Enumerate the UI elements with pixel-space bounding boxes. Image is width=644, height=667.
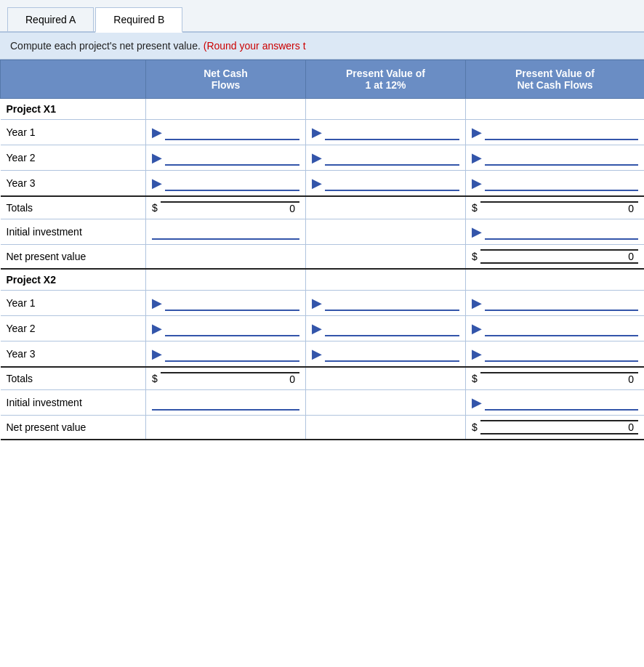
dollar-sign: $ bbox=[472, 202, 478, 214]
year1-x2-pvncf-input[interactable] bbox=[485, 295, 638, 311]
initial-investment-x2-pvncf-input[interactable] bbox=[485, 395, 638, 411]
year2-x1-ncf-input[interactable] bbox=[165, 150, 299, 166]
year2-x1-pv1-input[interactable] bbox=[325, 150, 459, 166]
npv-x2-ncf-cell bbox=[146, 416, 306, 440]
npv-x2-label: Net present value bbox=[1, 416, 146, 440]
initial-investment-x2-label: Initial investment bbox=[1, 390, 146, 416]
year3-x2-ncf-input[interactable] bbox=[165, 346, 299, 362]
tab-required-b[interactable]: Required B bbox=[95, 7, 182, 33]
project-x2-pvncf-cell bbox=[466, 269, 645, 291]
year1-x2-label: Year 1 bbox=[1, 291, 146, 316]
year2-x1-ncf-cell[interactable]: ▶ bbox=[146, 145, 306, 171]
dollar-sign: $ bbox=[472, 421, 478, 433]
year3-x1-ncf-input[interactable] bbox=[165, 175, 299, 191]
year2-x2-label: Year 2 bbox=[1, 316, 146, 341]
table-row: Year 3 ▶ ▶ ▶ bbox=[1, 171, 645, 197]
year2-x2-ncf-input[interactable] bbox=[165, 320, 299, 336]
npv-x2-value: 0 bbox=[480, 420, 638, 434]
project-x1-ncf-cell bbox=[146, 99, 306, 120]
totals-x1-ncf-cell: $ 0 bbox=[146, 196, 306, 219]
year2-x2-pvncf-input[interactable] bbox=[485, 320, 638, 336]
arrow-icon: ▶ bbox=[312, 151, 322, 164]
arrow-icon: ▶ bbox=[152, 151, 162, 164]
year3-x2-pv1-cell[interactable]: ▶ bbox=[306, 341, 466, 368]
totals-x1-pv1-cell bbox=[306, 196, 466, 219]
col-header-label bbox=[1, 60, 146, 99]
arrow-icon: ▶ bbox=[152, 177, 162, 190]
npv-table: Net CashFlows Present Value of1 at 12% P… bbox=[0, 60, 644, 440]
project-x2-pv1-cell bbox=[306, 269, 466, 291]
arrow-icon: ▶ bbox=[152, 296, 162, 310]
col-header-pv1: Present Value of1 at 12% bbox=[306, 60, 466, 99]
initial-investment-x1-pvncf-input[interactable] bbox=[485, 224, 638, 240]
dollar-sign: $ bbox=[152, 373, 158, 384]
year1-x1-ncf-input[interactable] bbox=[165, 124, 299, 140]
totals-x1-pvncf-value: 0 bbox=[480, 201, 638, 214]
year1-x2-ncf-input[interactable] bbox=[165, 295, 299, 311]
year1-x2-pvncf-cell[interactable]: ▶ bbox=[466, 291, 645, 316]
initial-investment-x1-pvncf-cell[interactable]: ▶ bbox=[466, 219, 645, 245]
year3-x1-pv1-cell[interactable]: ▶ bbox=[306, 171, 466, 197]
year1-x1-ncf-cell[interactable]: ▶ bbox=[146, 120, 306, 145]
year2-x1-pvncf-input[interactable] bbox=[485, 150, 638, 166]
year3-x1-ncf-cell[interactable]: ▶ bbox=[146, 171, 306, 197]
totals-x2-ncf-value: 0 bbox=[161, 372, 299, 385]
project-x1-pv1-cell bbox=[306, 99, 466, 120]
project-x1-pvncf-cell bbox=[466, 99, 645, 120]
year1-x1-pv1-cell[interactable]: ▶ bbox=[306, 120, 466, 145]
npv-x1-pv1-cell bbox=[306, 245, 466, 270]
npv-x2-row: Net present value $ 0 bbox=[1, 416, 645, 440]
initial-investment-x2-ncf-input[interactable] bbox=[152, 395, 299, 411]
year3-x1-pv1-input[interactable] bbox=[325, 175, 459, 191]
col-header-ncf: Net CashFlows bbox=[146, 60, 306, 99]
initial-investment-x2-ncf-cell[interactable] bbox=[146, 390, 306, 416]
year3-x1-pvncf-input[interactable] bbox=[485, 175, 638, 191]
dollar-sign: $ bbox=[472, 373, 478, 384]
initial-investment-x2-pvncf-cell[interactable]: ▶ bbox=[466, 390, 645, 416]
table-row: Year 2 ▶ ▶ ▶ bbox=[1, 145, 645, 171]
initial-investment-x1-ncf-input[interactable] bbox=[152, 224, 299, 240]
npv-x2-pvncf-cell: $ 0 bbox=[466, 416, 645, 440]
year1-x1-pvncf-input[interactable] bbox=[485, 124, 638, 140]
totals-x2-label: Totals bbox=[1, 367, 146, 390]
year2-x2-pvncf-cell[interactable]: ▶ bbox=[466, 316, 645, 341]
initial-investment-x1-ncf-cell[interactable] bbox=[146, 219, 306, 245]
year1-x1-pv1-input[interactable] bbox=[325, 124, 459, 140]
year3-x1-label: Year 3 bbox=[1, 171, 146, 197]
arrow-icon: ▶ bbox=[472, 151, 482, 164]
project-x2-ncf-cell bbox=[146, 269, 306, 291]
year1-x2-ncf-cell[interactable]: ▶ bbox=[146, 291, 306, 316]
project-x1-label: Project X1 bbox=[1, 99, 146, 120]
table-row: Year 1 ▶ ▶ ▶ bbox=[1, 291, 645, 316]
year1-x2-pv1-input[interactable] bbox=[325, 295, 459, 311]
totals-x1-ncf-value: 0 bbox=[161, 201, 299, 214]
npv-x2-pv1-cell bbox=[306, 416, 466, 440]
year1-x1-pvncf-cell[interactable]: ▶ bbox=[466, 120, 645, 145]
totals-x2-pv1-cell bbox=[306, 367, 466, 390]
dollar-sign: $ bbox=[152, 202, 158, 214]
table-header-row: Net CashFlows Present Value of1 at 12% P… bbox=[1, 60, 645, 99]
year2-x1-pv1-cell[interactable]: ▶ bbox=[306, 145, 466, 171]
year3-x1-pvncf-cell[interactable]: ▶ bbox=[466, 171, 645, 197]
year2-x1-pvncf-cell[interactable]: ▶ bbox=[466, 145, 645, 171]
tab-required-a[interactable]: Required A bbox=[7, 7, 94, 31]
initial-investment-x1-label: Initial investment bbox=[1, 219, 146, 245]
instruction-bar: Compute each project's net present value… bbox=[0, 33, 644, 60]
year2-x2-pv1-cell[interactable]: ▶ bbox=[306, 316, 466, 341]
arrow-icon: ▶ bbox=[472, 396, 482, 409]
arrow-icon: ▶ bbox=[472, 322, 482, 335]
year3-x2-pvncf-input[interactable] bbox=[485, 346, 638, 362]
arrow-icon: ▶ bbox=[312, 296, 322, 310]
year2-x2-pv1-input[interactable] bbox=[325, 320, 459, 336]
year3-x2-ncf-cell[interactable]: ▶ bbox=[146, 341, 306, 368]
year2-x2-ncf-cell[interactable]: ▶ bbox=[146, 316, 306, 341]
year1-x2-pv1-cell[interactable]: ▶ bbox=[306, 291, 466, 316]
arrow-icon: ▶ bbox=[472, 225, 482, 238]
totals-x2-pvncf-cell: $ 0 bbox=[466, 367, 645, 390]
year1-x1-label: Year 1 bbox=[1, 120, 146, 145]
col-header-pvncf: Present Value ofNet Cash Flows bbox=[466, 60, 645, 99]
arrow-icon: ▶ bbox=[312, 177, 322, 190]
year3-x2-pv1-input[interactable] bbox=[325, 346, 459, 362]
totals-x1-row: Totals $ 0 $ 0 bbox=[1, 196, 645, 219]
year3-x2-pvncf-cell[interactable]: ▶ bbox=[466, 341, 645, 368]
